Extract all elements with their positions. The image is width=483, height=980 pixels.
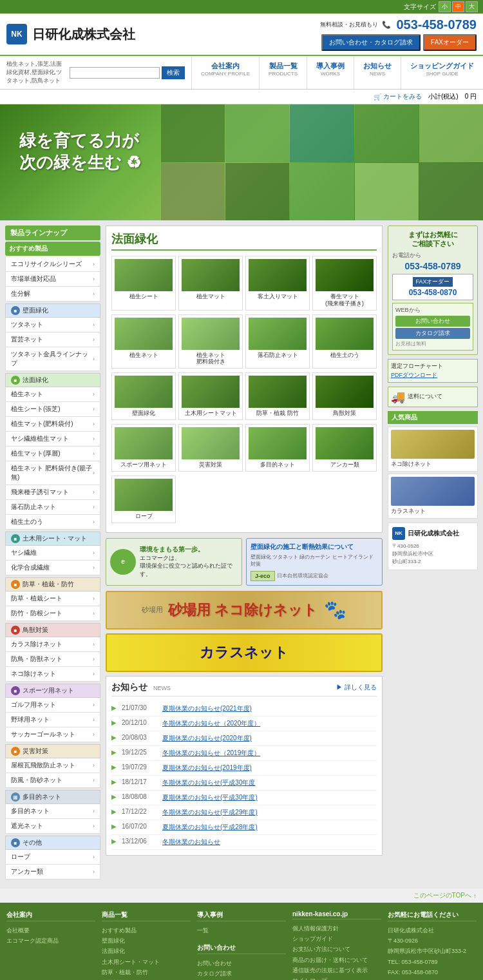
product-item[interactable]: 植生シート — [111, 256, 176, 311]
sidebar-item-yashi-mat[interactable]: ヤシ繊維植生マット › — [5, 432, 100, 447]
product-item[interactable]: 災害対策 — [178, 424, 243, 472]
news-link[interactable]: 夏期休業のお知らせ(平成28年度) — [162, 823, 258, 832]
wall-banner[interactable]: 壁面緑化の施工と断熱効果について 壁面緑化 ツタネット 緑のカーテン ヒートアイ… — [246, 538, 383, 586]
product-item[interactable]: 鳥獣対策 — [312, 372, 377, 420]
sidebar-item-shokusei-thick[interactable]: 植生マット(厚層) › — [5, 447, 100, 461]
sidebar-item-rope[interactable]: ロープ › — [5, 850, 100, 865]
footer-item[interactable]: 土木用シート・マット — [102, 957, 191, 967]
nav-item-shop[interactable]: ショッピングガイド SHOP GUIDE — [401, 56, 483, 89]
sidebar-item-shokusei-sack[interactable]: 植生土のう › — [5, 515, 100, 530]
footer-item[interactable]: おすすめ製品 — [102, 925, 191, 936]
news-link[interactable]: 冬期休業のお知らせ(平成29年度) — [162, 808, 258, 817]
news-more-link[interactable]: ▶ 詳しく見る — [336, 683, 377, 692]
news-link[interactable]: 冬期休業のお知らせ — [162, 838, 220, 847]
sidebar-item-bouchiku[interactable]: 防竹・防根シート › — [5, 606, 100, 621]
footer-item[interactable]: 個人情報保護方針 — [292, 923, 381, 934]
sidebar-item-neko[interactable]: ネコ除けネット › — [5, 667, 100, 682]
sidebar-item-yashi-fiber[interactable]: ヤシ繊維 › — [5, 546, 100, 561]
search-input[interactable] — [70, 67, 160, 79]
sidebar-cat-disaster[interactable]: ■ 災害対策 — [5, 744, 100, 758]
sidebar-cat-slope[interactable]: ■ 法面緑化 — [5, 373, 100, 387]
product-item[interactable]: 植生土のう — [312, 314, 377, 369]
sidebar-cat-wall[interactable]: ■ 壁面緑化 — [5, 303, 100, 318]
font-size-medium-btn[interactable]: 中 — [452, 1, 464, 12]
news-link[interactable]: 夏期休業のお知らせ(平成30年度) — [162, 793, 258, 802]
sidebar-cat-sports[interactable]: ■ スポーツ用ネット — [5, 684, 100, 698]
sidebar-cat-civil[interactable]: ■ 土木用シート・マット — [5, 532, 100, 546]
footer-item[interactable]: ショップガイド — [292, 934, 381, 944]
sidebar-cat-bird[interactable]: ■ 鳥獣対策 — [5, 623, 100, 637]
eco-banner[interactable]: e 環境をまもる第一歩。 エコマークは、 環境保全に役立つと認められた証です。 — [106, 538, 242, 586]
rs-phone[interactable]: 053-458-0789 — [392, 261, 473, 271]
footer-item[interactable]: 一覧 — [197, 925, 286, 936]
product-item[interactable]: 植生ネット — [111, 314, 176, 369]
rs-fax-number[interactable]: 053-458-0870 — [395, 288, 470, 297]
sidebar-cat-multi[interactable]: ▦ 多目的ネット — [5, 790, 100, 804]
sidebar-item-bouchou[interactable]: 防鳥・防獣ネット › — [5, 652, 100, 667]
product-item[interactable]: 土木用シートマット — [178, 372, 243, 420]
sidebar-item-rakuseki[interactable]: 落石防止ネット › — [5, 500, 100, 515]
neko-promo-banner[interactable]: 砂場用 砂場用 ネコ除けネット 🐾 — [106, 591, 383, 629]
search-button[interactable]: 検索 — [162, 66, 185, 79]
product-item[interactable]: アンカー類 — [312, 424, 377, 472]
news-link[interactable]: 冬期休業のお知らせ（2020年度） — [162, 719, 260, 728]
sidebar-item-shokusei-sheet[interactable]: 植生シート(張芝) › — [5, 402, 100, 417]
sidebar-item-tsuta-lineup[interactable]: ツタネット金具ラインナップ › — [5, 347, 100, 371]
sidebar-item-karasu[interactable]: カラス除けネット › — [5, 637, 100, 652]
sidebar-item-chigusa[interactable]: 置芸ネット › — [5, 332, 100, 347]
sidebar-item-shokusei-mat[interactable]: 植生マット(肥料袋付) › — [5, 417, 100, 432]
product-item[interactable]: スポーツ用ネット — [111, 424, 176, 472]
sidebar-item-shokusei-net[interactable]: 植生ネット › — [5, 387, 100, 402]
rs-popular-item-neko[interactable]: ネコ除けネット — [388, 427, 478, 472]
sidebar-item-shakou[interactable]: 遮光ネット › — [5, 819, 100, 834]
footer-item[interactable]: 通信販売の法規に基づく表示 — [292, 965, 381, 975]
rs-popular-item-karasu[interactable]: カラスネット — [388, 474, 478, 519]
news-link[interactable]: 夏期休業のお知らせ(2020年度) — [162, 734, 252, 743]
sidebar-item-market[interactable]: 市場単価対応品 › — [5, 272, 100, 287]
sidebar-item-soccer[interactable]: サッカーゴールネット › — [5, 727, 100, 742]
news-link[interactable]: 夏期休業のお知らせ(2019年度) — [162, 764, 252, 773]
sidebar-item-shokusei-kago[interactable]: 植生ネット 肥料袋付き(籠子無) › — [5, 461, 100, 485]
product-item[interactable]: 客土入りマット — [245, 256, 310, 311]
footer-item[interactable]: 法面緑化 — [102, 946, 191, 956]
footer-item[interactable]: 防草・植栽・防竹 — [102, 967, 191, 977]
inquiry-btn[interactable]: お問い合わせ・カタログ請求 — [321, 34, 421, 51]
font-size-small-btn[interactable]: 小 — [439, 1, 451, 12]
rs-flowchart-link[interactable]: PDFダウンロード — [391, 372, 437, 378]
footer-item[interactable]: 商品のお届け・送料について — [292, 955, 381, 965]
font-size-large-btn[interactable]: 大 — [466, 1, 478, 12]
footer-item[interactable]: 鳥獣対策 — [102, 977, 191, 980]
rs-inquiry-btn[interactable]: お問い合わせ — [395, 316, 470, 327]
product-item[interactable]: 植生マット — [178, 256, 243, 311]
page-top-link[interactable]: このページのTOPへ ↑ — [6, 891, 477, 900]
sidebar-cat-weed[interactable]: ■ 防草・植栽・防竹 — [5, 577, 100, 591]
sidebar-featured-btn[interactable]: おすすめ製品 — [5, 242, 100, 256]
nav-item-news[interactable]: お知らせ NEWS — [354, 56, 401, 89]
sidebar-cat-other[interactable]: ■ その他 — [5, 836, 100, 850]
nav-item-products[interactable]: 製品一覧 PRODUCTS — [259, 56, 307, 89]
cart-link[interactable]: 🛒 カートをみる — [374, 92, 422, 101]
sidebar-item-bofuu[interactable]: 防風・防砂ネット › — [5, 773, 100, 788]
nav-item-company[interactable]: 会社案内 COMPANY PROFILE — [191, 56, 259, 89]
sidebar-item-bousou[interactable]: 防草・植栽シート › — [5, 591, 100, 606]
sidebar-item-chemical-fiber[interactable]: 化学合成繊維 › — [5, 561, 100, 575]
sidebar-item-hirai[interactable]: 飛来種子誘引マット › — [5, 485, 100, 500]
news-link[interactable]: 夏期休業のお知らせ(2021年度) — [162, 704, 252, 713]
product-item[interactable]: 多目的ネット — [245, 424, 310, 472]
footer-item[interactable]: エコマーク認定商品 — [6, 936, 95, 946]
product-item[interactable]: 植生ネット肥料袋付き — [178, 314, 243, 369]
footer-item[interactable]: カタログ請求 — [197, 968, 286, 979]
footer-item[interactable]: サイトマップ — [292, 975, 381, 980]
news-link[interactable]: 冬期休業のお知らせ(平成30年度 — [162, 778, 255, 787]
glass-promo-banner[interactable]: カラスネット — [106, 633, 383, 672]
sidebar-item-biodeg[interactable]: 生分解 › — [5, 287, 100, 302]
product-item[interactable]: 防草・植栽 防竹 — [245, 372, 310, 420]
nav-item-works[interactable]: 導入事例 WORKS — [307, 56, 354, 89]
footer-item[interactable]: 会社概要 — [6, 925, 95, 936]
sidebar-item-golf[interactable]: ゴルフ用ネット › — [5, 698, 100, 713]
news-link[interactable]: 冬期休業のお知らせ（2019年度） — [162, 749, 260, 758]
product-item[interactable]: 壁面緑化 — [111, 372, 176, 420]
footer-item[interactable]: 壁面緑化 — [102, 936, 191, 946]
product-item[interactable]: 養生マット(飛来種子播き) — [312, 256, 377, 311]
rs-catalog-btn[interactable]: カタログ請求 — [395, 328, 470, 339]
